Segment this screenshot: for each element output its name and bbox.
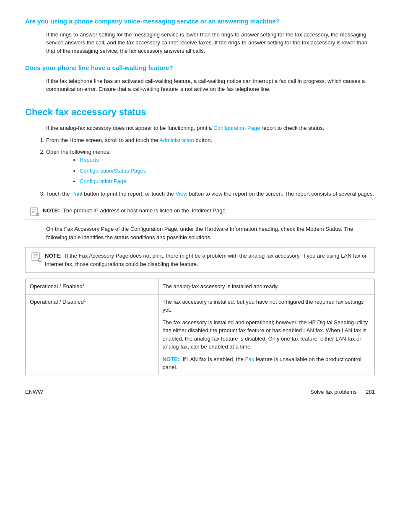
note1-label: NOTE: <box>43 207 60 214</box>
note-icon-2 <box>31 252 42 262</box>
desc-cell-2-para1: The fax accessory is installed, but you … <box>163 298 370 314</box>
status-cell-2: Operational / Disabled1 <box>26 294 158 375</box>
step1-suffix: button. <box>194 137 212 143</box>
step3-mid: button to print the report, or touch the <box>83 191 176 197</box>
section2-heading: Does your phone line have a call-waiting… <box>25 63 375 73</box>
print-link[interactable]: Print <box>71 191 83 197</box>
bullet-config-page: Configuration Page <box>80 177 375 186</box>
note1-text: The product IP address or host name is l… <box>63 207 227 214</box>
section1-heading: Are you using a phone company voice-mess… <box>25 17 375 26</box>
section1-body: If the rings-to-answer setting for the m… <box>46 31 375 55</box>
menu-bullets: Reports Configuration/Status Pages Confi… <box>80 156 375 186</box>
note2-text: If the Fax Accessory Page does not print… <box>45 253 367 267</box>
note2-content: NOTE: If the Fax Accessory Page does not… <box>45 252 369 268</box>
inline-note-label: NOTE: <box>163 356 179 362</box>
config-status-link[interactable]: Configuration/Status Pages <box>80 168 146 174</box>
footer-left: ENWW <box>25 388 43 396</box>
config-page-link2[interactable]: Configuration Page <box>80 178 126 184</box>
section1: Are you using a phone company voice-mess… <box>25 17 375 55</box>
table-row-1: Operational / Enabled1 The analog-fax ac… <box>26 279 375 294</box>
administration-link[interactable]: Administration <box>159 137 194 143</box>
footer-page-number: 281 <box>366 389 375 395</box>
steps-list: From the Home screen, scroll to and touc… <box>46 136 375 198</box>
step3: Touch the Print button to print the repo… <box>46 190 375 198</box>
step1-prefix: From the Home screen, scroll to and touc… <box>46 137 159 143</box>
note-box-1: NOTE: The product IP address or host nam… <box>25 203 375 220</box>
desc-cell-1: The analog-fax accessory is installed an… <box>158 279 374 294</box>
step2: Open the following menus: Reports Config… <box>46 148 375 186</box>
inline-note-prefix: If LAN fax is enabled, the <box>183 356 245 362</box>
section3-intro: If the analog-fax accessory does not app… <box>46 124 375 132</box>
status-cell-1: Operational / Enabled1 <box>26 279 158 294</box>
table-row-2: Operational / Disabled1 The fax accessor… <box>26 294 375 375</box>
section2: Does your phone line have a call-waiting… <box>25 63 375 93</box>
section3-heading: Check fax accessory status <box>25 105 375 119</box>
status-table: Operational / Enabled1 The analog-fax ac… <box>25 279 375 375</box>
footer-right-prefix: Solve fax problems <box>310 389 357 395</box>
bullet-reports: Reports <box>80 156 375 164</box>
note-box-2: NOTE: If the Fax Accessory Page does not… <box>25 247 375 273</box>
step1: From the Home screen, scroll to and touc… <box>46 136 375 145</box>
reports-link[interactable]: Reports <box>80 157 99 163</box>
para-after-note: On the Fax Accessory Page of the Configu… <box>46 225 375 241</box>
view-link[interactable]: View <box>176 191 187 197</box>
note2-label: NOTE: <box>45 253 62 259</box>
step3-suffix: button to view the report on the screen.… <box>187 191 374 197</box>
step3-prefix: Touch the <box>46 191 71 197</box>
desc-cell-2-para2: The fax accessory is installed and opera… <box>163 318 370 351</box>
section3: Check fax accessory status If the analog… <box>25 105 375 375</box>
svg-rect-7 <box>32 253 39 261</box>
config-page-link1[interactable]: Configuration Page <box>213 125 260 131</box>
footer-right: Solve fax problems 281 <box>310 388 375 396</box>
section3-intro-prefix: If the analog-fax accessory does not app… <box>46 125 213 131</box>
step2-text: Open the following menus: <box>46 149 111 155</box>
note-icon-1 <box>30 207 39 216</box>
desc-cell-2: The fax accessory is installed, but you … <box>158 294 374 375</box>
section2-body: If the fax telephone line has an activat… <box>46 77 375 93</box>
desc-cell-2-note: NOTE: If LAN fax is enabled, the Fax fea… <box>163 355 370 372</box>
bullet-config-status: Configuration/Status Pages <box>80 167 375 175</box>
section3-intro-suffix: report to check the status. <box>260 125 324 131</box>
note1-content: NOTE: The product IP address or host nam… <box>43 207 227 215</box>
fax-link[interactable]: Fax <box>245 356 254 362</box>
footer: ENWW Solve fax problems 281 <box>25 388 375 396</box>
